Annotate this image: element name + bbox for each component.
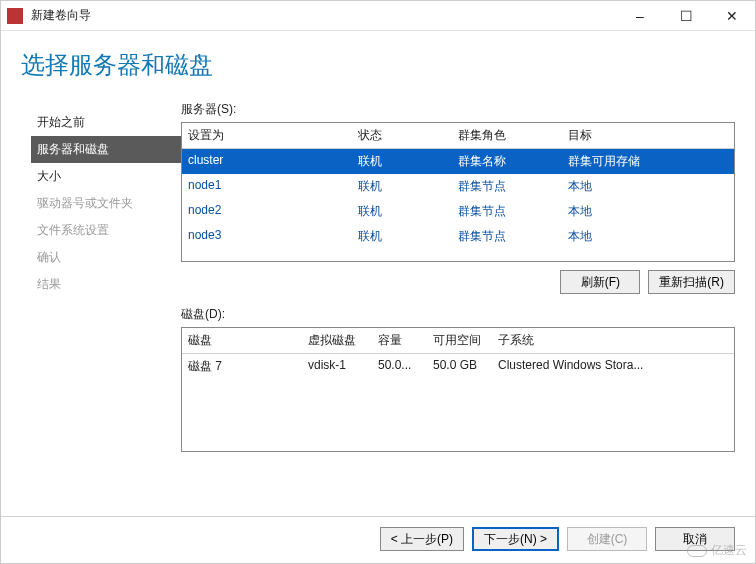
disks-label: 磁盘(D):	[181, 306, 735, 323]
servers-header-status[interactable]: 状态	[358, 127, 458, 144]
servers-button-row: 刷新(F) 重新扫描(R)	[181, 270, 735, 294]
disks-header-row: 磁盘 虚拟磁盘 容量 可用空间 子系统	[182, 328, 734, 354]
servers-header-row: 设置为 状态 群集角色 目标	[182, 123, 734, 149]
step-file-system: 文件系统设置	[31, 217, 181, 244]
watermark: 亿速云	[687, 542, 747, 559]
servers-label: 服务器(S):	[181, 101, 735, 118]
server-row[interactable]: node2 联机 群集节点 本地	[182, 199, 734, 224]
step-size[interactable]: 大小	[31, 163, 181, 190]
maximize-button[interactable]: ☐	[663, 1, 709, 31]
titlebar: 新建卷向导 – ☐ ✕	[1, 1, 755, 31]
disk-row[interactable]: 磁盘 7 vdisk-1 50.0... 50.0 GB Clustered W…	[182, 354, 734, 379]
app-icon	[7, 8, 23, 24]
create-button: 创建(C)	[567, 527, 647, 551]
step-drive-letter: 驱动器号或文件夹	[31, 190, 181, 217]
cloud-icon	[687, 545, 707, 557]
disks-header-subsystem[interactable]: 子系统	[498, 332, 728, 349]
servers-listbox[interactable]: 设置为 状态 群集角色 目标 cluster 联机 群集名称 群集可用存储 no…	[181, 122, 735, 262]
servers-header-cluster-role[interactable]: 群集角色	[458, 127, 568, 144]
minimize-button[interactable]: –	[617, 1, 663, 31]
close-button[interactable]: ✕	[709, 1, 755, 31]
server-row[interactable]: cluster 联机 群集名称 群集可用存储	[182, 149, 734, 174]
disks-header-free[interactable]: 可用空间	[433, 332, 498, 349]
disks-header-vdisk[interactable]: 虚拟磁盘	[308, 332, 378, 349]
rescan-button[interactable]: 重新扫描(R)	[648, 270, 735, 294]
step-before-begin[interactable]: 开始之前	[31, 109, 181, 136]
page-title: 选择服务器和磁盘	[21, 49, 755, 81]
servers-header-target[interactable]: 目标	[568, 127, 728, 144]
server-row[interactable]: node1 联机 群集节点 本地	[182, 174, 734, 199]
servers-rows: cluster 联机 群集名称 群集可用存储 node1 联机 群集节点 本地 …	[182, 149, 734, 261]
disks-header-capacity[interactable]: 容量	[378, 332, 433, 349]
wizard-body: 开始之前 服务器和磁盘 大小 驱动器号或文件夹 文件系统设置 确认 结果 服务器…	[1, 89, 755, 516]
servers-header-provision[interactable]: 设置为	[188, 127, 358, 144]
step-server-and-disk[interactable]: 服务器和磁盘	[31, 136, 181, 163]
wizard-steps-sidebar: 开始之前 服务器和磁盘 大小 驱动器号或文件夹 文件系统设置 确认 结果	[1, 89, 181, 516]
next-button[interactable]: 下一步(N) >	[472, 527, 559, 551]
step-results: 结果	[31, 271, 181, 298]
wizard-window: 新建卷向导 – ☐ ✕ 选择服务器和磁盘 开始之前 服务器和磁盘 大小 驱动器号…	[0, 0, 756, 564]
disks-rows: 磁盘 7 vdisk-1 50.0... 50.0 GB Clustered W…	[182, 354, 734, 451]
disks-listbox[interactable]: 磁盘 虚拟磁盘 容量 可用空间 子系统 磁盘 7 vdisk-1 50.0...…	[181, 327, 735, 452]
refresh-button[interactable]: 刷新(F)	[560, 270, 640, 294]
disks-header-disk[interactable]: 磁盘	[188, 332, 308, 349]
previous-button[interactable]: < 上一步(P)	[380, 527, 464, 551]
wizard-footer: < 上一步(P) 下一步(N) > 创建(C) 取消	[1, 516, 755, 563]
server-row[interactable]: node3 联机 群集节点 本地	[182, 224, 734, 249]
step-confirm: 确认	[31, 244, 181, 271]
window-title: 新建卷向导	[29, 7, 617, 24]
page-heading: 选择服务器和磁盘	[1, 31, 755, 89]
wizard-content: 服务器(S): 设置为 状态 群集角色 目标 cluster 联机 群集名称 群…	[181, 89, 735, 516]
